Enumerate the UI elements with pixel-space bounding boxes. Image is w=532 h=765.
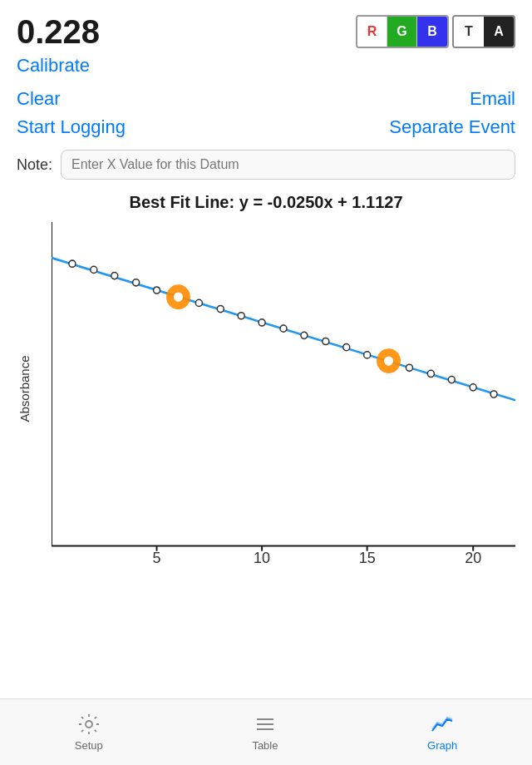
channel-r-button[interactable]: R xyxy=(357,17,387,47)
svg-point-36 xyxy=(470,384,476,391)
svg-point-27 xyxy=(280,325,287,332)
svg-point-28 xyxy=(301,332,308,338)
graph-icon xyxy=(431,713,454,736)
svg-point-37 xyxy=(490,391,497,397)
svg-point-23 xyxy=(195,299,202,306)
gear-icon xyxy=(77,713,101,736)
rgb-group: R G B xyxy=(356,15,449,48)
action-row-2: Start Logging Separate Event xyxy=(0,113,532,141)
note-input[interactable] xyxy=(61,150,515,180)
email-button[interactable]: Email xyxy=(470,88,515,110)
channel-buttons: R G B T A xyxy=(356,15,515,48)
svg-point-34 xyxy=(427,370,434,377)
note-row: Note: xyxy=(0,141,532,188)
svg-point-24 xyxy=(217,305,224,312)
channel-g-button[interactable]: G xyxy=(387,17,417,47)
channel-t-button[interactable]: T xyxy=(454,17,484,47)
svg-point-35 xyxy=(448,377,455,383)
svg-point-25 xyxy=(238,313,244,319)
svg-point-29 xyxy=(323,338,329,344)
nav-table[interactable]: Table xyxy=(235,706,294,758)
best-fit-label: Best Fit Line: y = -0.0250x + 1.1127 xyxy=(0,188,532,214)
reading-value: 0.228 xyxy=(17,15,100,48)
svg-point-30 xyxy=(343,344,350,351)
chart-area: 1.0 0.5 0.0 5 10 15 20 xyxy=(52,222,515,563)
table-icon xyxy=(254,713,277,736)
svg-point-39 xyxy=(174,293,182,301)
calibrate-button[interactable]: Calibrate xyxy=(17,55,90,76)
separate-event-button[interactable]: Separate Event xyxy=(389,116,515,138)
nav-graph-label: Graph xyxy=(427,739,457,752)
svg-text:10: 10 xyxy=(254,550,270,563)
svg-text:20: 20 xyxy=(465,550,481,563)
ta-group: T A xyxy=(452,15,515,48)
chart-container: Absorbance 1.0 0.5 0.0 5 xyxy=(8,214,524,596)
top-bar: 0.228 R G B T A xyxy=(0,0,532,55)
y-axis-label: Absorbance xyxy=(17,355,32,422)
clear-button[interactable]: Clear xyxy=(17,88,61,110)
svg-point-18 xyxy=(91,266,97,273)
nav-setup[interactable]: Setup xyxy=(58,706,120,758)
note-label: Note: xyxy=(17,156,52,174)
svg-point-31 xyxy=(364,352,371,358)
channel-a-button[interactable]: A xyxy=(484,17,514,47)
chart-svg: 1.0 0.5 0.0 5 10 15 20 xyxy=(52,222,515,563)
svg-point-17 xyxy=(69,260,76,267)
svg-point-26 xyxy=(259,319,265,326)
svg-point-42 xyxy=(86,721,92,728)
svg-point-33 xyxy=(406,364,412,371)
nav-setup-label: Setup xyxy=(75,739,103,752)
action-row-1: Clear Email xyxy=(0,85,532,113)
svg-point-20 xyxy=(133,279,140,286)
nav-graph[interactable]: Graph xyxy=(411,706,474,758)
svg-point-21 xyxy=(154,287,160,294)
svg-text:15: 15 xyxy=(359,550,376,563)
start-logging-button[interactable]: Start Logging xyxy=(17,116,126,138)
bottom-nav: Setup Table Graph xyxy=(0,698,532,765)
svg-point-41 xyxy=(385,357,393,365)
calibrate-section: Calibrate xyxy=(0,55,532,85)
svg-point-19 xyxy=(111,272,118,279)
channel-b-button[interactable]: B xyxy=(417,17,447,47)
svg-text:5: 5 xyxy=(153,550,161,563)
nav-table-label: Table xyxy=(252,739,278,752)
